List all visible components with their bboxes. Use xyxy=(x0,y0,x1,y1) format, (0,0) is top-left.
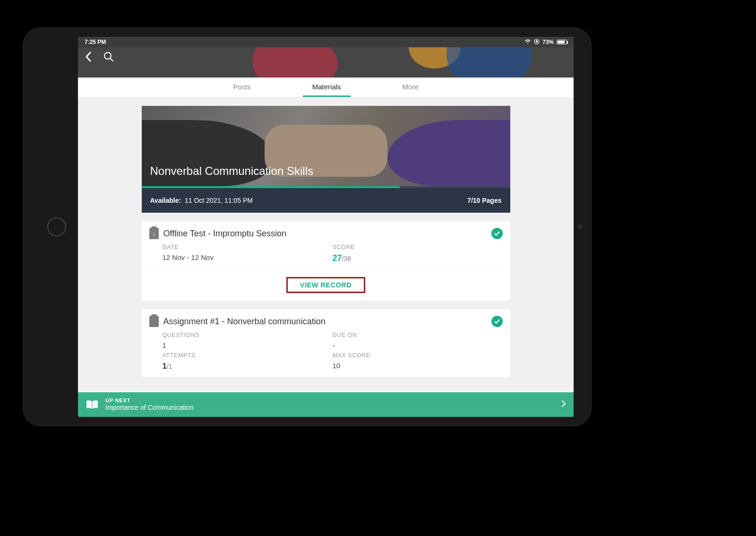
chevron-right-icon xyxy=(561,400,566,409)
completed-badge xyxy=(491,228,503,239)
available-label: Available: xyxy=(150,197,181,204)
due-value: - xyxy=(333,341,503,349)
card-body-row2: ATTEMPTS 1/1 MAX SCORE 10 xyxy=(142,349,510,371)
score-value: 27/36 xyxy=(333,253,503,263)
status-time: 7:25 PM xyxy=(85,39,106,45)
score-of: /36 xyxy=(342,255,351,262)
tab-label: Posts xyxy=(233,83,251,91)
home-button[interactable] xyxy=(47,217,66,236)
screen: 7:25 PM 73% xyxy=(78,37,574,417)
maxscore-col: MAX SCORE 10 xyxy=(333,352,503,371)
score-earned: 27 xyxy=(333,253,342,263)
pages-value: 7/10 Pages xyxy=(467,197,501,204)
progress-bar xyxy=(142,186,510,188)
attempts-done: 1 xyxy=(163,362,167,371)
tabs: Posts Materials More xyxy=(78,78,574,97)
available-info: Available: 11 Oct 2021, 11:05 PM xyxy=(150,197,253,204)
search-icon[interactable] xyxy=(103,52,114,64)
tab-label: More xyxy=(403,83,419,91)
card-body-row1: QUESTIONS 1 DUE ON - xyxy=(142,327,510,349)
date-label: DATE xyxy=(163,244,333,251)
tab-more[interactable]: More xyxy=(393,78,428,97)
course-meta-bar: Available: 11 Oct 2021, 11:05 PM 7/10 Pa… xyxy=(142,188,510,213)
card-title: Assignment #1 - Nonverbal communication xyxy=(163,317,326,327)
maxscore-value: 10 xyxy=(333,362,503,370)
date-value: 12 Nov - 12 Nov xyxy=(163,253,333,261)
course-title: Nonverbal Communication Skills xyxy=(150,164,313,178)
attempts-label: ATTEMPTS xyxy=(163,352,333,359)
due-label: DUE ON xyxy=(333,332,503,338)
tab-label: Materials xyxy=(312,83,341,91)
card-header: ↓ Offline Test - Impromptu Session xyxy=(142,228,510,239)
header-region xyxy=(78,47,574,78)
battery-icon xyxy=(557,40,567,44)
progress-fill xyxy=(142,186,400,188)
footer-text: UP NEXT Importance of Communication xyxy=(105,398,194,412)
ipad-frame: 7:25 PM 73% xyxy=(24,28,591,425)
questions-value: 1 xyxy=(163,341,333,349)
score-col: SCORE 27/36 xyxy=(333,244,503,263)
card-title: Offline Test - Impromptu Session xyxy=(163,229,286,239)
top-nav xyxy=(85,51,114,64)
questions-label: QUESTIONS xyxy=(163,332,333,338)
status-right: 73% xyxy=(524,39,567,46)
decorative-blob xyxy=(253,47,338,78)
up-next-footer[interactable]: UP NEXT Importance of Communication xyxy=(78,392,574,417)
material-card-assignment[interactable]: Assignment #1 - Nonverbal communication … xyxy=(142,309,510,377)
attempts-value: 1/1 xyxy=(163,362,333,371)
maxscore-label: MAX SCORE xyxy=(333,352,503,359)
next-lesson-title: Importance of Communication xyxy=(105,404,194,412)
completed-badge xyxy=(491,316,503,327)
clipboard-download-icon: ↓ xyxy=(149,228,159,239)
annotation-highlight: VIEW RECORD xyxy=(286,277,365,293)
content-inner: Nonverbal Communication Skills Available… xyxy=(142,106,510,377)
status-bar: 7:25 PM 73% xyxy=(78,37,574,47)
attempts-of: /1 xyxy=(167,363,172,370)
front-camera xyxy=(577,225,582,229)
decorative-blob xyxy=(447,47,532,78)
material-card-offline-test[interactable]: ↓ Offline Test - Impromptu Session DATE … xyxy=(142,221,510,301)
back-button[interactable] xyxy=(85,51,92,64)
pages-count: 7/10 Pages xyxy=(467,197,501,204)
battery-percent: 73% xyxy=(542,39,554,45)
clipboard-icon xyxy=(149,316,159,327)
card-header: Assignment #1 - Nonverbal communication xyxy=(142,316,510,327)
wifi-icon xyxy=(524,39,531,45)
date-col: DATE 12 Nov - 12 Nov xyxy=(163,244,333,263)
book-icon xyxy=(86,399,99,410)
questions-col: QUESTIONS 1 xyxy=(163,332,333,349)
card-body: DATE 12 Nov - 12 Nov SCORE 27/36 xyxy=(142,239,510,270)
up-next-label: UP NEXT xyxy=(105,398,194,404)
content-scroll[interactable]: Nonverbal Communication Skills Available… xyxy=(78,97,574,392)
tab-posts[interactable]: Posts xyxy=(223,78,260,97)
course-hero: Nonverbal Communication Skills xyxy=(142,106,510,186)
score-label: SCORE xyxy=(333,244,503,251)
available-value: 11 Oct 2021, 11:05 PM xyxy=(185,197,253,204)
tab-materials[interactable]: Materials xyxy=(303,78,351,97)
due-col: DUE ON - xyxy=(333,332,503,349)
view-record-row: VIEW RECORD xyxy=(142,270,510,295)
attempts-col: ATTEMPTS 1/1 xyxy=(163,352,333,371)
view-record-button[interactable]: VIEW RECORD xyxy=(300,281,352,289)
orientation-lock-icon xyxy=(534,39,540,46)
